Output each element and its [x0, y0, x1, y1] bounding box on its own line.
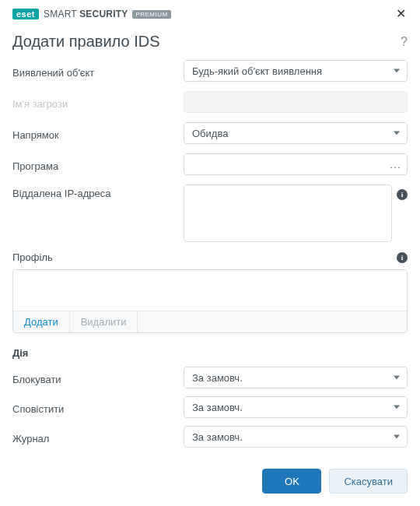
main-form: Виявлений об'єкт Будь-який об'єкт виявле…: [0, 60, 420, 242]
label-application: Програма: [12, 157, 184, 172]
label-remote-ip: Віддалена IP-адреса: [12, 184, 184, 199]
row-remote-ip: Віддалена IP-адреса i: [12, 184, 408, 242]
close-icon[interactable]: ✕: [391, 6, 411, 22]
label-direction: Напрямок: [12, 126, 184, 141]
label-profile: Профіль: [12, 251, 53, 263]
label-log: Журнал: [12, 430, 184, 445]
row-application: Програма ...: [12, 153, 408, 175]
cancel-button[interactable]: Скасувати: [329, 469, 408, 494]
label-notify: Сповістити: [12, 400, 184, 415]
select-direction[interactable]: Обидва: [184, 122, 408, 144]
header: Додати правило IDS ?: [0, 25, 420, 60]
label-detected-object: Виявлений об'єкт: [12, 64, 184, 79]
help-icon[interactable]: ?: [401, 35, 408, 49]
info-icon-remote-ip[interactable]: i: [397, 189, 408, 200]
select-log[interactable]: За замовч.: [184, 426, 408, 448]
titlebar: eset SMART SECURITY PREMIUM ✕: [0, 0, 420, 25]
ok-button[interactable]: OK: [262, 469, 321, 494]
brand-text-light: SMART: [44, 9, 79, 19]
brand-eset-logo: eset: [12, 9, 39, 19]
action-section-title: Дія: [0, 333, 420, 367]
row-log: Журнал За замовч.: [12, 426, 408, 448]
row-notify: Сповістити За замовч.: [12, 396, 408, 418]
row-detected-object: Виявлений об'єкт Будь-який об'єкт виявле…: [12, 60, 408, 82]
profile-list[interactable]: [13, 270, 407, 311]
page-title: Додати правило IDS: [12, 33, 159, 51]
select-detected-object[interactable]: Будь-який об'єкт виявлення: [184, 60, 408, 82]
delete-profile-button: Видалити: [70, 311, 138, 332]
brand-premium-badge: PREMIUM: [132, 10, 170, 19]
row-direction: Напрямок Обидва: [12, 122, 408, 144]
input-application[interactable]: [184, 153, 408, 175]
brand: eset SMART SECURITY PREMIUM: [12, 9, 171, 19]
footer: OK Скасувати: [0, 458, 420, 506]
label-block: Блокувати: [12, 371, 184, 385]
brand-text: SMART SECURITY: [44, 9, 128, 19]
textarea-remote-ip[interactable]: [184, 184, 392, 242]
label-threat-name: Ім'я загрози: [12, 95, 184, 110]
profile-section: Профіль i Додати Видалити: [0, 251, 420, 333]
brand-text-bold: SECURITY: [79, 9, 128, 19]
row-block: Блокувати За замовч.: [12, 367, 408, 388]
profile-toolbar: Додати Видалити: [13, 311, 407, 332]
row-threat-name: Ім'я загрози: [12, 91, 408, 113]
select-notify[interactable]: За замовч.: [184, 396, 408, 418]
action-rows: Блокувати За замовч. Сповістити За замов…: [0, 367, 420, 448]
select-block[interactable]: За замовч.: [184, 367, 408, 388]
profile-box: Додати Видалити: [12, 269, 408, 333]
info-icon-profile[interactable]: i: [397, 252, 408, 263]
input-threat-name: [184, 91, 408, 113]
browse-application-icon[interactable]: ...: [390, 159, 401, 170]
add-profile-button[interactable]: Додати: [13, 311, 70, 332]
